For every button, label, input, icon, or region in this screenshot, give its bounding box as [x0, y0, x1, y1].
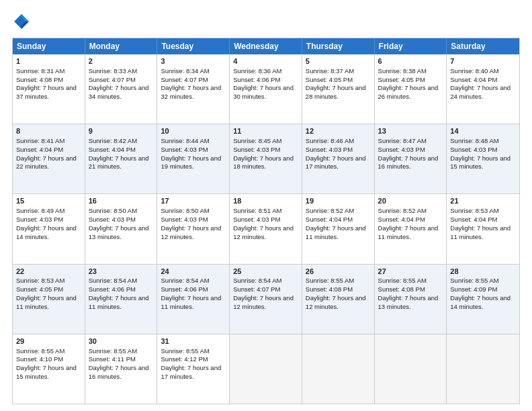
- daylight-text: Daylight: 7 hours and 34 minutes.: [89, 84, 154, 101]
- day-number: 6: [378, 56, 443, 66]
- sunrise-text: Sunrise: 8:45 AM: [233, 137, 298, 146]
- day-number: 15: [16, 196, 81, 206]
- daylight-text: Daylight: 7 hours and 12 minutes.: [233, 224, 298, 242]
- sunrise-text: Sunrise: 8:54 AM: [89, 277, 154, 285]
- calendar-cell: [375, 334, 447, 404]
- calendar-cell: 26Sunrise: 8:55 AMSunset: 4:08 PMDayligh…: [302, 265, 375, 334]
- day-header-wednesday: Wednesday: [230, 38, 302, 54]
- header: [12, 12, 520, 31]
- day-number: 21: [450, 196, 516, 206]
- day-header-monday: Monday: [85, 38, 158, 54]
- sunset-text: Sunset: 4:08 PM: [378, 285, 443, 294]
- calendar-cell: 5Sunrise: 8:37 AMSunset: 4:05 PMDaylight…: [302, 54, 375, 124]
- sunset-text: Sunset: 4:05 PM: [306, 76, 371, 85]
- sunrise-text: Sunrise: 8:55 AM: [450, 277, 516, 285]
- day-number: 16: [89, 196, 154, 206]
- sunset-text: Sunset: 4:03 PM: [233, 146, 298, 154]
- calendar-cell: 17Sunrise: 8:50 AMSunset: 4:03 PMDayligh…: [157, 194, 230, 263]
- sunset-text: Sunset: 4:08 PM: [16, 76, 81, 85]
- day-number: 7: [450, 56, 516, 66]
- calendar-header: SundayMondayTuesdayWednesdayThursdayFrid…: [13, 38, 519, 54]
- sunset-text: Sunset: 4:04 PM: [16, 146, 81, 154]
- daylight-text: Daylight: 7 hours and 22 minutes.: [16, 154, 81, 172]
- sunrise-text: Sunrise: 8:52 AM: [306, 207, 371, 216]
- logo: [12, 12, 34, 31]
- day-number: 10: [161, 126, 226, 136]
- calendar-cell: 15Sunrise: 8:49 AMSunset: 4:03 PMDayligh…: [13, 194, 85, 263]
- daylight-text: Daylight: 7 hours and 19 minutes.: [161, 154, 226, 172]
- sunset-text: Sunset: 4:07 PM: [89, 76, 154, 85]
- sunrise-text: Sunrise: 8:50 AM: [161, 207, 226, 216]
- calendar-cell: 7Sunrise: 8:40 AMSunset: 4:04 PMDaylight…: [447, 54, 519, 124]
- sunset-text: Sunset: 4:08 PM: [306, 285, 371, 294]
- sunrise-text: Sunrise: 8:41 AM: [16, 137, 81, 146]
- sunset-text: Sunset: 4:04 PM: [450, 76, 516, 85]
- day-number: 20: [378, 196, 443, 206]
- sunrise-text: Sunrise: 8:55 AM: [378, 277, 443, 285]
- logo-icon: [12, 12, 31, 31]
- sunrise-text: Sunrise: 8:52 AM: [378, 207, 443, 216]
- calendar-cell: 4Sunrise: 8:36 AMSunset: 4:06 PMDaylight…: [230, 54, 302, 124]
- sunset-text: Sunset: 4:07 PM: [161, 76, 226, 85]
- sunrise-text: Sunrise: 8:55 AM: [89, 347, 154, 356]
- sunrise-text: Sunrise: 8:44 AM: [161, 137, 226, 146]
- sunset-text: Sunset: 4:03 PM: [378, 146, 443, 154]
- sunrise-text: Sunrise: 8:40 AM: [450, 67, 516, 76]
- day-number: 30: [89, 336, 154, 347]
- daylight-text: Daylight: 7 hours and 30 minutes.: [233, 84, 298, 101]
- daylight-text: Daylight: 7 hours and 12 minutes.: [306, 294, 371, 312]
- sunset-text: Sunset: 4:03 PM: [233, 216, 298, 224]
- daylight-text: Daylight: 7 hours and 37 minutes.: [16, 84, 81, 101]
- daylight-text: Daylight: 7 hours and 14 minutes.: [16, 224, 81, 242]
- calendar-cell: 25Sunrise: 8:54 AMSunset: 4:07 PMDayligh…: [230, 265, 302, 334]
- sunrise-text: Sunrise: 8:54 AM: [233, 277, 298, 285]
- daylight-text: Daylight: 7 hours and 32 minutes.: [161, 84, 226, 101]
- day-number: 25: [233, 267, 298, 277]
- calendar-cell: [230, 334, 302, 404]
- sunset-text: Sunset: 4:03 PM: [161, 216, 226, 224]
- calendar-cell: 29Sunrise: 8:55 AMSunset: 4:10 PMDayligh…: [13, 334, 85, 404]
- daylight-text: Daylight: 7 hours and 11 minutes.: [16, 294, 81, 312]
- sunrise-text: Sunrise: 8:37 AM: [306, 67, 371, 76]
- calendar-body: 1Sunrise: 8:31 AMSunset: 4:08 PMDaylight…: [13, 54, 519, 404]
- sunset-text: Sunset: 4:03 PM: [306, 146, 371, 154]
- calendar-cell: 2Sunrise: 8:33 AMSunset: 4:07 PMDaylight…: [85, 54, 158, 124]
- calendar-week-2: 8Sunrise: 8:41 AMSunset: 4:04 PMDaylight…: [13, 124, 519, 193]
- day-number: 3: [161, 56, 226, 66]
- sunrise-text: Sunrise: 8:33 AM: [89, 67, 154, 76]
- calendar-cell: [302, 334, 375, 404]
- sunset-text: Sunset: 4:05 PM: [16, 285, 81, 294]
- calendar-cell: 20Sunrise: 8:52 AMSunset: 4:04 PMDayligh…: [375, 194, 447, 263]
- calendar-cell: 28Sunrise: 8:55 AMSunset: 4:09 PMDayligh…: [447, 265, 519, 334]
- daylight-text: Daylight: 7 hours and 14 minutes.: [450, 294, 516, 312]
- calendar-cell: 13Sunrise: 8:47 AMSunset: 4:03 PMDayligh…: [375, 124, 447, 193]
- day-number: 28: [450, 267, 516, 277]
- day-number: 4: [233, 56, 298, 66]
- sunrise-text: Sunrise: 8:48 AM: [450, 137, 516, 146]
- daylight-text: Daylight: 7 hours and 17 minutes.: [161, 364, 226, 381]
- sunrise-text: Sunrise: 8:55 AM: [306, 277, 371, 285]
- calendar-cell: 19Sunrise: 8:52 AMSunset: 4:04 PMDayligh…: [302, 194, 375, 263]
- sunset-text: Sunset: 4:06 PM: [89, 285, 154, 294]
- calendar-cell: 11Sunrise: 8:45 AMSunset: 4:03 PMDayligh…: [230, 124, 302, 193]
- day-header-sunday: Sunday: [13, 38, 85, 54]
- sunrise-text: Sunrise: 8:51 AM: [233, 207, 298, 216]
- day-number: 22: [16, 267, 81, 277]
- sunset-text: Sunset: 4:03 PM: [450, 146, 516, 154]
- sunset-text: Sunset: 4:07 PM: [233, 285, 298, 294]
- day-number: 8: [16, 126, 81, 136]
- sunset-text: Sunset: 4:09 PM: [450, 285, 516, 294]
- daylight-text: Daylight: 7 hours and 16 minutes.: [89, 364, 154, 381]
- calendar-cell: 8Sunrise: 8:41 AMSunset: 4:04 PMDaylight…: [13, 124, 85, 193]
- sunset-text: Sunset: 4:04 PM: [378, 216, 443, 224]
- calendar-cell: 27Sunrise: 8:55 AMSunset: 4:08 PMDayligh…: [375, 265, 447, 334]
- daylight-text: Daylight: 7 hours and 24 minutes.: [450, 84, 516, 101]
- sunrise-text: Sunrise: 8:36 AM: [233, 67, 298, 76]
- day-number: 31: [161, 336, 226, 347]
- day-number: 26: [306, 267, 371, 277]
- calendar-cell: 9Sunrise: 8:42 AMSunset: 4:04 PMDaylight…: [85, 124, 158, 193]
- calendar-cell: 14Sunrise: 8:48 AMSunset: 4:03 PMDayligh…: [447, 124, 519, 193]
- sunrise-text: Sunrise: 8:55 AM: [161, 347, 226, 356]
- sunrise-text: Sunrise: 8:53 AM: [450, 207, 516, 216]
- day-number: 14: [450, 126, 516, 136]
